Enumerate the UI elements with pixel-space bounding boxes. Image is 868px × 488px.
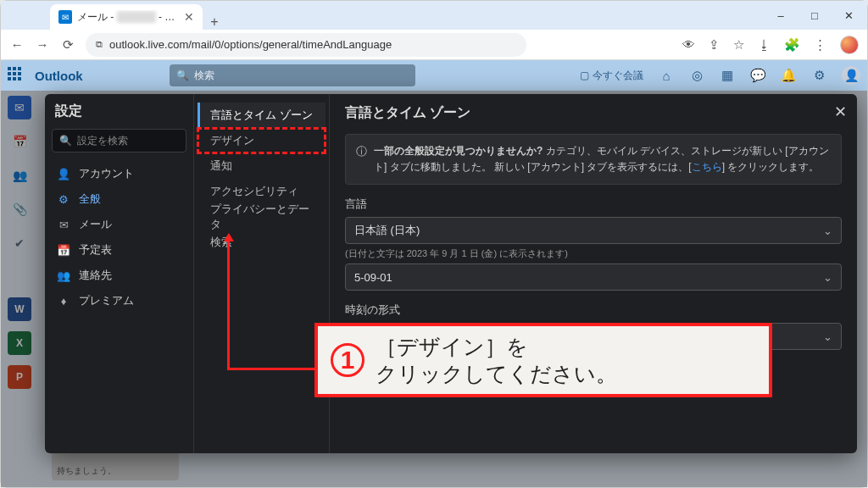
app-content: ✉ 📅 👥 📎 ✔ W X P 持ちましょう。 設定 🔍 設定を検索 👤アカウン… (1, 91, 867, 487)
site-info-icon[interactable]: ⧉ (96, 39, 103, 50)
forward-icon[interactable]: → (35, 37, 50, 52)
language-label: 言語 (345, 197, 842, 212)
extensions-icon[interactable]: 🧩 (784, 37, 800, 53)
people-icon: 👥 (57, 269, 70, 282)
annotation-text: ［デザイン］を クリックしてください。 (376, 333, 617, 388)
annotation-callout: 1 ［デザイン］を クリックしてください。 (314, 323, 772, 397)
annotation-arrow-vertical (227, 235, 230, 370)
browser-tab[interactable]: ✉ メール - xxxxxxx - Outlook ✕ (50, 4, 203, 30)
panel-title: 言語とタイム ゾーン (345, 104, 842, 122)
outlook-brand: Outlook (35, 69, 83, 83)
calendar-icon: 📅 (57, 244, 70, 257)
bookmark-icon[interactable]: ☆ (733, 37, 744, 53)
url-bar: ← → ⟳ ⧉ outlook.live.com/mail/0/options/… (1, 30, 867, 60)
settings-search[interactable]: 🔍 設定を検索 (52, 129, 186, 152)
nav-general[interactable]: ⚙全般 (52, 186, 186, 212)
language-dropdown[interactable]: 日本語 (日本)⌄ (345, 217, 842, 244)
gear-icon: ⚙ (57, 193, 70, 206)
subnav-notifications[interactable]: 通知 (198, 153, 326, 179)
notifications-icon[interactable]: 🔔 (781, 68, 796, 83)
chevron-down-icon: ⌄ (823, 271, 832, 284)
settings-gear-icon[interactable]: ⚙ (811, 68, 826, 83)
nav-calendar[interactable]: 📅予定表 (52, 237, 186, 263)
settings-nav: 設定 🔍 設定を検索 👤アカウント ⚙全般 ✉メール 📅予定表 👥連絡先 ♦プレ… (45, 94, 194, 453)
back-icon[interactable]: ← (9, 37, 25, 52)
nav-people[interactable]: 👥連絡先 (52, 263, 186, 288)
subnav-design[interactable]: デザイン (198, 128, 326, 153)
annotation-number: 1 (330, 342, 365, 378)
date-example-note: (日付と文字は 2023 年 9 月 1 日 (金) に表示されます) (345, 247, 842, 260)
teams-icon[interactable]: ⌂ (659, 69, 674, 83)
person-icon: 👤 (57, 168, 70, 180)
subnav-search[interactable]: 検索 (198, 230, 326, 255)
chevron-down-icon: ⌄ (823, 330, 832, 343)
mail-icon: ✉ (57, 219, 70, 231)
profile-avatar[interactable] (840, 36, 859, 54)
install-icon[interactable]: ⭳ (758, 37, 771, 52)
date-format-dropdown[interactable]: 5-09-01⌄ (345, 263, 842, 291)
meet-now-button[interactable]: ▢ 今すぐ会議 (580, 69, 643, 83)
search-icon: 🔍 (176, 69, 189, 81)
menu-icon[interactable]: ⋮ (814, 37, 826, 53)
app-launcher-icon[interactable] (8, 67, 25, 84)
settings-search-placeholder: 設定を検索 (77, 134, 128, 148)
info-icon: ⓘ (356, 143, 367, 175)
url-text: outlook.live.com/mail/0/options/general/… (109, 38, 392, 51)
outlook-header: Outlook 🔍 検索 ▢ 今すぐ会議 ⌂ ◎ ▦ 💬 🔔 ⚙ 👤 (1, 60, 867, 91)
address-field[interactable]: ⧉ outlook.live.com/mail/0/options/genera… (86, 33, 526, 57)
nav-account[interactable]: 👤アカウント (52, 161, 186, 186)
window-close-button[interactable]: ✕ (842, 9, 855, 22)
window-maximize-button[interactable]: □ (808, 9, 821, 22)
outlook-favicon-icon: ✉ (58, 10, 72, 24)
skype-icon[interactable]: ◎ (689, 68, 704, 83)
window-controls: – □ ✕ (774, 9, 867, 22)
subnav-accessibility[interactable]: アクセシビリティ (198, 179, 326, 204)
outlook-search[interactable]: 🔍 検索 (170, 64, 415, 86)
search-icon: 🔍 (59, 135, 72, 147)
tab-close-icon[interactable]: ✕ (184, 10, 194, 24)
tab-strip: ✉ メール - xxxxxxx - Outlook ✕ + – □ ✕ (1, 1, 867, 30)
chevron-down-icon: ⌄ (823, 225, 832, 237)
diamond-icon: ♦ (57, 295, 70, 308)
annotation-arrow-horizontal (227, 368, 315, 370)
chat-icon[interactable]: 💬 (750, 68, 765, 83)
info-banner: ⓘ 一部の全般設定が見つかりませんか? カテゴリ、モバイル デバイス、ストレージ… (345, 134, 842, 185)
camera-icon: ▢ (580, 69, 589, 81)
settings-subnav: 言語とタイム ゾーン デザイン 通知 アクセシビリティ プライバシーとデータ 検… (194, 94, 330, 453)
eye-icon[interactable]: 👁 (682, 37, 695, 52)
nav-premium[interactable]: ♦プレミアム (52, 288, 186, 313)
account-avatar[interactable]: 👤 (842, 66, 860, 85)
settings-modal: 設定 🔍 設定を検索 👤アカウント ⚙全般 ✉メール 📅予定表 👥連絡先 ♦プレ… (45, 94, 857, 453)
tab-title: メール - xxxxxxx - Outlook (77, 10, 179, 25)
settings-title: 設定 (52, 103, 186, 120)
reload-icon[interactable]: ⟳ (60, 37, 75, 53)
settings-panel: ✕ 言語とタイム ゾーン ⓘ 一部の全般設定が見つかりませんか? カテゴリ、モバ… (330, 94, 857, 453)
subnav-language-timezone[interactable]: 言語とタイム ゾーン (198, 103, 326, 128)
nav-mail[interactable]: ✉メール (52, 212, 186, 237)
window-minimize-button[interactable]: – (774, 9, 787, 22)
new-tab-button[interactable]: + (203, 14, 226, 30)
close-icon[interactable]: ✕ (834, 103, 847, 121)
news-icon[interactable]: ▦ (720, 68, 735, 83)
time-format-label: 時刻の形式 (345, 302, 842, 318)
subnav-privacy[interactable]: プライバシーとデータ (198, 204, 326, 230)
share-icon[interactable]: ⇪ (709, 37, 720, 53)
info-link[interactable]: こちら (692, 161, 722, 173)
outlook-search-placeholder: 検索 (194, 69, 214, 83)
browser-window: ✉ メール - xxxxxxx - Outlook ✕ + – □ ✕ ← → … (0, 0, 868, 488)
